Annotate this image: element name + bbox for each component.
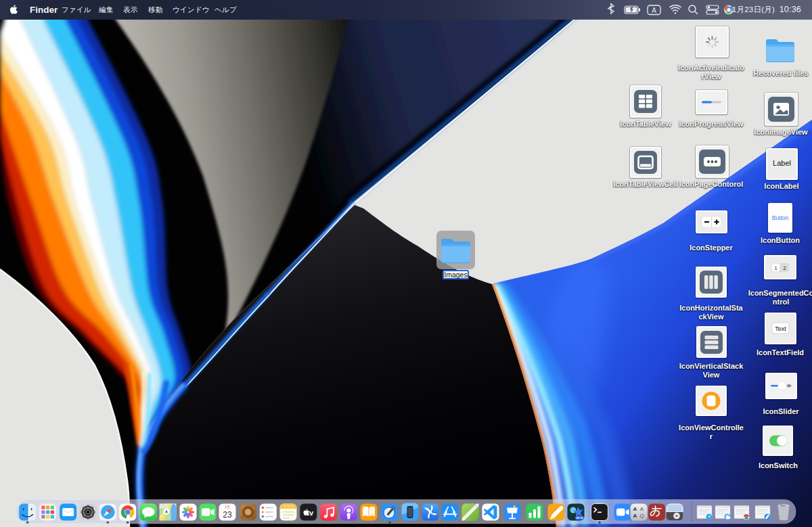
svg-text:Q: Q [639,513,644,519]
svg-text:1月: 1月 [225,505,230,509]
svg-text:A: A [633,513,637,519]
svg-text:tv: tv [307,509,314,517]
svg-text:BETA: BETA [576,516,583,520]
svg-text:1: 1 [774,265,777,271]
svg-text:A: A [633,506,637,512]
svg-text:23: 23 [223,510,232,520]
svg-text:2: 2 [783,265,786,271]
svg-text:A: A [640,506,644,512]
svg-text:A: A [652,7,656,14]
svg-text:Text: Text [775,325,786,332]
